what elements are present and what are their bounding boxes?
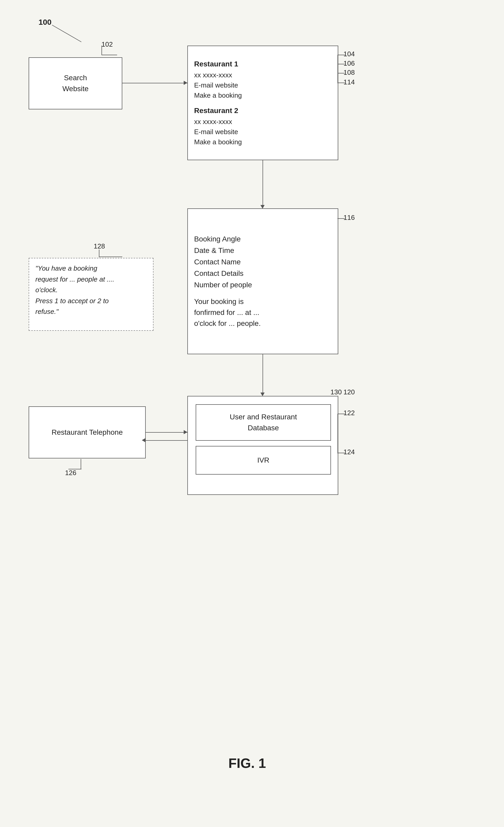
bracket-122-124-v (337, 414, 338, 453)
label-114: 114 (343, 78, 355, 86)
line-search-to-restaurant (122, 83, 187, 83)
date-time: Date & Time (194, 245, 234, 256)
restaurant-phone-label: Restaurant Telephone (52, 427, 122, 438)
label-104: 104 (343, 50, 355, 58)
bracket-126-v (81, 459, 81, 469)
bracket-116-h (337, 218, 345, 219)
booking-confirmed-2: fonfirmed for ... at ... (194, 307, 260, 318)
arrow-to-ivr (261, 393, 265, 396)
search-website-line1: Search (64, 72, 87, 83)
search-website-box: Search Website (29, 57, 122, 109)
r1-email: E-mail website (194, 80, 238, 90)
number-of-people: Number of people (194, 280, 252, 290)
label-122: 122 (343, 409, 355, 417)
database-box: User and Restaurant Database (196, 404, 331, 441)
diagram-container: 100 102 Search Website Restaurant 1 xx x… (0, 0, 504, 827)
voice-line1: "You have a booking (36, 263, 147, 274)
r2-booking: Make a booking (194, 137, 242, 147)
bracket-126-h (68, 469, 81, 469)
ivr-box: IVR (196, 446, 331, 475)
arrow-to-booking (261, 205, 265, 209)
r1-phone: xx xxxx-xxxx (194, 70, 232, 80)
figure-title: FIG. 1 (195, 756, 299, 771)
bracket-102 (102, 46, 102, 55)
bracket-128-h (99, 256, 122, 257)
label-126: 126 (65, 469, 76, 477)
restaurant-telephone-box: Restaurant Telephone (29, 406, 146, 458)
bracket-122-h (337, 414, 345, 414)
contact-name: Contact Name (194, 256, 241, 267)
r2-phone: xx xxxx-xxxx (194, 117, 232, 127)
bracket-116-v (337, 218, 338, 219)
label-100: 100 (39, 18, 52, 27)
voice-line2: request for ... people at .... (36, 274, 147, 285)
booking-confirmed-1: Your booking is (194, 296, 243, 307)
bracket-right-restaurant (337, 55, 338, 83)
label-116: 116 (343, 213, 355, 222)
label-102: 102 (102, 40, 113, 48)
r2-email: E-mail website (194, 127, 238, 137)
voice-line4: Press 1 to accept or 2 to (36, 296, 147, 306)
label-130: 130 (330, 388, 342, 396)
line-ivr-to-phone (146, 440, 187, 441)
db-label2: Database (248, 423, 279, 433)
search-website-line2: Website (62, 83, 89, 94)
bracket-104-h (337, 55, 345, 55)
label-120: 120 (343, 388, 355, 396)
bracket-102-h (102, 55, 117, 55)
bracket-114-h (337, 83, 345, 83)
arrow-100-line (52, 25, 82, 42)
bracket-108-h (337, 73, 345, 74)
bracket-128-v (99, 249, 99, 257)
line-booking-to-ivr (263, 354, 263, 395)
label-108: 108 (343, 68, 355, 77)
bracket-106-h (337, 64, 345, 64)
ivr-system-box: User and Restaurant Database IVR (187, 396, 338, 495)
voice-message-box: "You have a booking request for ... peop… (29, 258, 154, 331)
bracket-124-h (337, 453, 345, 453)
booking-form-box: Booking Angle Date & Time Contact Name C… (187, 208, 338, 354)
db-label1: User and Restaurant (230, 411, 297, 423)
ivr-label: IVR (257, 455, 270, 466)
label-106: 106 (343, 59, 355, 67)
booking-confirmed-3: o'clock for ... people. (194, 318, 261, 329)
label-124: 124 (343, 448, 355, 456)
voice-line3: o'clock. (36, 285, 147, 296)
arrow-to-restaurant (184, 81, 187, 85)
r1-name: Restaurant 1 (194, 59, 238, 69)
label-128: 128 (94, 242, 105, 250)
r2-name: Restaurant 2 (194, 105, 238, 116)
restaurant-list-box: Restaurant 1 xx xxxx-xxxx E-mail website… (187, 46, 338, 160)
r1-booking: Make a booking (194, 90, 242, 101)
contact-details: Contact Details (194, 268, 243, 279)
voice-line5: refuse." (36, 306, 147, 317)
arrow-ivr-to-phone (142, 438, 146, 442)
booking-angle: Booking Angle (194, 234, 241, 245)
line-phone-to-ivr (146, 432, 187, 433)
arrow-phone-to-ivr (184, 430, 187, 434)
line-restaurant-to-booking (263, 160, 263, 207)
